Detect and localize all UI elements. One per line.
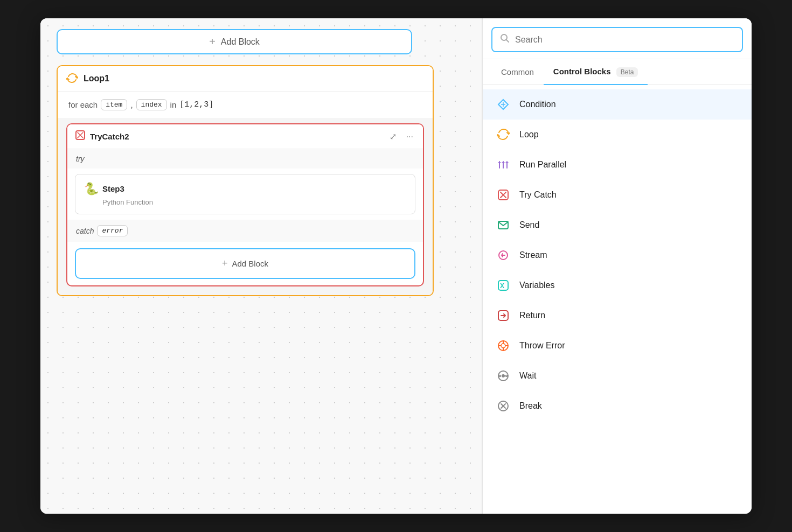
add-block-top[interactable]: + Add Block bbox=[57, 29, 412, 54]
throw-label: Throw Error bbox=[519, 341, 565, 351]
list-item-loop[interactable]: Loop bbox=[483, 120, 752, 150]
wait-icon bbox=[496, 368, 511, 383]
inner-plus-icon: + bbox=[222, 258, 228, 269]
break-label: Break bbox=[519, 401, 542, 411]
tab-control-blocks[interactable]: Control Blocks Beta bbox=[544, 59, 648, 85]
try-catch-icon bbox=[75, 130, 86, 143]
search-input[interactable] bbox=[515, 35, 734, 45]
try-catch-left: TryCatch2 bbox=[75, 130, 129, 143]
list-item-variables[interactable]: X Variables bbox=[483, 270, 752, 300]
svg-line-2 bbox=[506, 40, 509, 43]
step-title: Step3 bbox=[102, 184, 124, 193]
tab-common[interactable]: Common bbox=[491, 60, 544, 84]
add-block-inner[interactable]: + Add Block bbox=[75, 248, 415, 279]
list-item-condition[interactable]: Condition bbox=[483, 89, 752, 120]
step-block: 🐍 Step3 Python Function bbox=[75, 174, 415, 214]
throw-icon bbox=[496, 338, 511, 353]
condition-label: Condition bbox=[519, 100, 556, 109]
loop-label: Loop bbox=[519, 130, 539, 139]
parallel-icon bbox=[496, 157, 511, 172]
in-text: in bbox=[170, 100, 177, 109]
plus-icon: + bbox=[209, 36, 216, 48]
error-badge: error bbox=[97, 225, 128, 236]
add-block-top-label: Add Block bbox=[221, 37, 260, 47]
add-block-inner-label: Add Block bbox=[232, 259, 268, 268]
list-item-wait[interactable]: Wait bbox=[483, 361, 752, 391]
svg-point-23 bbox=[499, 375, 501, 377]
list-item-stream[interactable]: Stream bbox=[483, 240, 752, 270]
stream-label: Stream bbox=[519, 250, 547, 260]
canvas-area: + Add Block Loop1 bbox=[40, 18, 482, 514]
list-item-throw-error[interactable]: Throw Error bbox=[483, 331, 752, 361]
catch-section: catch error bbox=[67, 220, 423, 242]
variables-label: Variables bbox=[519, 281, 555, 290]
list-item-break[interactable]: Break bbox=[483, 391, 752, 421]
loop-inner: TryCatch2 ⤢ ··· try bbox=[58, 118, 433, 295]
variables-icon: X bbox=[496, 278, 511, 293]
parallel-label: Run Parallel bbox=[519, 160, 566, 170]
list-item-send[interactable]: Send bbox=[483, 210, 752, 240]
trycatch-icon bbox=[496, 187, 511, 202]
try-catch-block: TryCatch2 ⤢ ··· try bbox=[66, 123, 424, 286]
break-icon bbox=[496, 398, 511, 414]
trycatch-label: Try Catch bbox=[519, 190, 557, 200]
block-list: Condition Loop bbox=[483, 85, 752, 514]
svg-point-16 bbox=[501, 344, 505, 348]
return-icon bbox=[496, 308, 511, 323]
for-each-text: for each bbox=[68, 100, 98, 109]
step-header: 🐍 Step3 bbox=[84, 182, 406, 195]
send-icon bbox=[496, 218, 511, 233]
loop-icon-item bbox=[496, 127, 511, 142]
item-badge: item bbox=[101, 99, 127, 110]
svg-point-22 bbox=[502, 374, 505, 377]
send-label: Send bbox=[519, 220, 539, 230]
return-label: Return bbox=[519, 311, 545, 320]
beta-badge: Beta bbox=[616, 67, 638, 77]
tabs-row: Common Control Blocks Beta bbox=[483, 59, 752, 85]
try-label: try bbox=[67, 149, 423, 169]
array-text: [1,2,3] bbox=[179, 100, 213, 109]
condition-icon bbox=[496, 97, 511, 112]
loop-title: Loop1 bbox=[84, 74, 109, 83]
stream-icon bbox=[496, 248, 511, 263]
svg-text:X: X bbox=[500, 282, 504, 290]
loop-header: Loop1 bbox=[58, 66, 433, 92]
list-item-run-parallel[interactable]: Run Parallel bbox=[483, 150, 752, 180]
right-panel: Common Control Blocks Beta Condition bbox=[482, 18, 752, 514]
try-catch-actions: ⤢ ··· bbox=[387, 130, 415, 143]
more-btn[interactable]: ··· bbox=[404, 131, 415, 143]
list-item-return[interactable]: Return bbox=[483, 300, 752, 331]
svg-point-24 bbox=[506, 375, 508, 377]
loop-block: Loop1 for each item , index in [1,2,3] bbox=[57, 65, 434, 296]
expand-btn[interactable]: ⤢ bbox=[387, 130, 399, 143]
try-catch-header: TryCatch2 ⤢ ··· bbox=[67, 124, 423, 149]
list-item-try-catch[interactable]: Try Catch bbox=[483, 180, 752, 210]
loop-icon bbox=[66, 73, 78, 85]
try-catch-title: TryCatch2 bbox=[90, 132, 129, 141]
step-subtitle: Python Function bbox=[102, 198, 406, 206]
index-badge: index bbox=[136, 99, 167, 110]
search-bar-container bbox=[483, 18, 752, 59]
wait-label: Wait bbox=[519, 371, 536, 381]
catch-label: catch error bbox=[76, 225, 414, 236]
python-icon: 🐍 bbox=[84, 182, 97, 195]
loop-for-each: for each item , index in [1,2,3] bbox=[58, 92, 433, 118]
search-bar bbox=[491, 27, 743, 52]
search-icon bbox=[500, 33, 510, 46]
